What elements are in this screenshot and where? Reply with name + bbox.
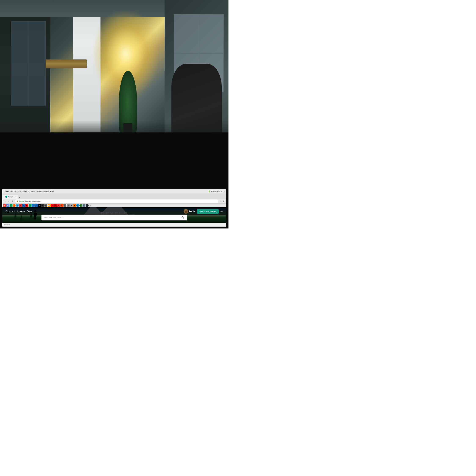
user-profile[interactable]: Daniel xyxy=(184,209,195,214)
user-avatar xyxy=(184,209,188,214)
menu-window[interactable]: Window xyxy=(43,190,49,192)
ext-calendar[interactable]: 📅 xyxy=(6,204,9,207)
clock: Wed 16:15 xyxy=(216,190,225,192)
ext-m2[interactable]: M xyxy=(41,204,44,207)
tab-favicon xyxy=(5,196,7,198)
menu-edit[interactable]: Edit xyxy=(14,190,17,192)
svg-line-1 xyxy=(183,218,184,219)
menu-file[interactable]: File xyxy=(10,190,13,192)
ext-todo[interactable]: ✓ xyxy=(10,204,13,207)
ext-blue2[interactable]: □ xyxy=(35,204,38,207)
browser-window: hrome File Edit View History Bookmarks P… xyxy=(2,189,226,227)
status-text: Searches xyxy=(4,224,10,225)
menu-view[interactable]: View xyxy=(17,190,21,192)
menu-people[interactable]: People xyxy=(37,190,43,192)
tag-vintage[interactable]: vintage xyxy=(106,217,111,219)
new-tab-button[interactable]: + xyxy=(18,196,20,199)
address-input[interactable]: 🔒 Secure https://www.pexels.com xyxy=(15,200,219,203)
address-bar: ‹ › ↻ 🔒 Secure https://www.pexels.com ☆ … xyxy=(2,199,226,204)
ext-orange[interactable]: ◆ xyxy=(73,204,76,207)
tab-title: Pexels xyxy=(8,196,13,198)
tag-meeting[interactable]: meeting xyxy=(113,217,119,219)
ext-m3[interactable]: M xyxy=(44,204,47,207)
ext-medium4[interactable]: M xyxy=(64,204,67,207)
secure-label: Secure xyxy=(19,200,24,202)
refresh-button[interactable]: ↻ xyxy=(11,200,14,203)
pexels-website: Browse ▼ License Tools xyxy=(2,207,226,223)
background-photo xyxy=(0,0,228,142)
ext-close[interactable]: × xyxy=(89,204,92,207)
ext-acrobat[interactable]: A xyxy=(60,204,63,207)
ext-gray2[interactable]: ▤ xyxy=(83,204,85,207)
tools-button[interactable]: Tools xyxy=(27,210,32,213)
os-menu-left: hrome File Edit View History Bookmarks P… xyxy=(4,190,54,192)
forward-button[interactable]: › xyxy=(7,200,10,203)
pexels-nav-left: Browse ▼ License Tools xyxy=(6,210,32,213)
ext-green-table[interactable]: ⊞ xyxy=(29,204,32,207)
browser-toolbar: M 📅 ✓ ● ✈ P b ▶ ⊞ ≡ □ M M M 📊 A A Ac A M… xyxy=(2,204,226,207)
tag-blur[interactable]: blur xyxy=(94,217,97,219)
tag-wood[interactable]: wood xyxy=(127,217,131,219)
license-button[interactable]: License xyxy=(17,210,25,213)
menu-bookmarks[interactable]: Bookmarks xyxy=(28,190,36,192)
os-status-bar: 🔋 100 % Wed 16:15 xyxy=(208,190,224,192)
menu-help[interactable]: Help xyxy=(50,190,53,192)
ext-green2[interactable]: ● xyxy=(79,204,82,207)
ext-pdf2[interactable]: Ac xyxy=(57,204,60,207)
menu-history[interactable]: History xyxy=(22,190,27,192)
ext-blue-dash[interactable]: ≡ xyxy=(32,204,35,207)
browse-chevron-icon: ▼ xyxy=(13,211,15,212)
address-right-icons: ☆ ⊕ xyxy=(219,200,225,203)
ext-bar-chart[interactable]: 📊 xyxy=(48,204,51,207)
secure-icon: 🔒 xyxy=(16,200,18,202)
tab-close-icon[interactable]: × xyxy=(15,196,16,198)
back-button[interactable]: ‹ xyxy=(4,200,7,203)
contribute-photos-button[interactable]: Contribute Photos xyxy=(197,209,219,214)
browser-status-bar: Searches xyxy=(2,223,226,227)
ext-dark[interactable]: ● xyxy=(86,204,89,207)
active-tab[interactable]: Pexels × xyxy=(3,195,18,199)
bookmark-icon[interactable]: ☆ xyxy=(219,200,222,203)
ext-youtube[interactable]: ▶ xyxy=(25,204,28,207)
ext-circle[interactable]: ● xyxy=(13,204,16,207)
pexels-nav-right: Daniel Contribute Photos ··· xyxy=(184,209,223,214)
ext-red-a[interactable]: A xyxy=(54,204,57,207)
ext-blue1[interactable]: b xyxy=(22,204,25,207)
tag-house[interactable]: house xyxy=(87,217,92,219)
user-name: Daniel xyxy=(189,210,195,213)
tag-phone[interactable]: phone xyxy=(120,217,125,219)
ext-refresh-circle[interactable]: ↻ xyxy=(76,204,79,207)
search-tags: house blur training vintage meeting phon… xyxy=(87,217,141,219)
ext-gray[interactable]: ◉ xyxy=(70,204,73,207)
ext-m5[interactable]: M xyxy=(67,204,70,207)
pexels-nav: Browse ▼ License Tools xyxy=(2,207,226,215)
svg-point-0 xyxy=(182,216,183,218)
more-options-button[interactable]: ··· xyxy=(221,210,223,213)
search-button[interactable] xyxy=(181,215,185,220)
ext-pdf[interactable]: P xyxy=(19,204,22,207)
gmail-icon[interactable]: M xyxy=(3,204,6,207)
tag-more[interactable]: more → xyxy=(133,217,141,219)
ext-adobe[interactable]: A xyxy=(51,204,54,207)
os-menu-bar: hrome File Edit View History Bookmarks P… xyxy=(2,189,226,194)
ext-telegram[interactable]: ✈ xyxy=(16,204,19,207)
app-name: hrome xyxy=(4,190,9,192)
battery-icon: 🔋 xyxy=(208,190,210,192)
browse-button[interactable]: Browse ▼ xyxy=(6,210,15,213)
battery-level: 100 % xyxy=(211,190,216,192)
extensions-icon[interactable]: ⊕ xyxy=(222,200,225,203)
url-display: https://www.pexels.com xyxy=(25,200,41,202)
monitor-bezel: hrome File Edit View History Bookmarks P… xyxy=(0,133,228,228)
tab-bar: Pexels × + xyxy=(2,194,226,199)
tag-training[interactable]: training xyxy=(98,217,104,219)
ext-medium[interactable]: M xyxy=(38,204,41,207)
